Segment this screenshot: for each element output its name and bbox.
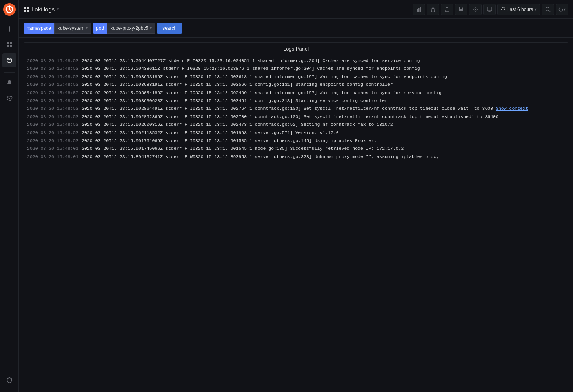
log-timestamp: 2020-03-20 15:48:53 xyxy=(27,137,78,144)
shield-icon[interactable] xyxy=(2,373,16,387)
time-range-picker[interactable]: ⏱ Last 6 hours ▾ xyxy=(497,4,540,15)
svg-rect-12 xyxy=(420,7,421,12)
log-message: 2020-03-20T15:23:15.903630628Z stderr F … xyxy=(82,97,387,104)
page-title: Loki logs xyxy=(31,6,55,13)
monitor-button[interactable] xyxy=(483,4,496,15)
grafana-logo[interactable] xyxy=(3,3,16,16)
log-message: 2020-03-20T15:23:15.902852369Z stderr F … xyxy=(82,113,498,120)
log-row: 2020-03-20 15:48:532020-03-20T15:23:16.0… xyxy=(24,65,568,73)
panel-settings-button[interactable] xyxy=(469,4,482,15)
log-message: 2020-03-20T15:23:15.901761069Z stderr F … xyxy=(82,137,377,144)
log-message: 2020-03-20T15:23:15.902864491Z stderr F … xyxy=(82,105,528,112)
time-range-arrow: ▾ xyxy=(535,7,537,11)
share-button[interactable] xyxy=(441,4,453,15)
log-row: 2020-03-20 15:48:012020-03-20T15:23:15.8… xyxy=(24,153,568,161)
logs-panel: Logs Panel 2020-03-20 15:48:532020-03-20… xyxy=(24,42,568,387)
log-row: 2020-03-20 15:48:532020-03-20T15:23:15.9… xyxy=(24,121,568,129)
log-message: 2020-03-20T15:23:15.902600316Z stderr F … xyxy=(82,121,393,128)
namespace-key: namespace xyxy=(24,23,54,34)
save-button[interactable] xyxy=(455,4,467,15)
svg-rect-11 xyxy=(418,8,419,12)
query-bar: namespace kube-system ▾ pod kube-proxy-2… xyxy=(19,19,573,38)
bar-chart-button[interactable] xyxy=(413,4,425,15)
namespace-dropdown-arrow: ▾ xyxy=(86,26,88,30)
log-row: 2020-03-20 15:48:532020-03-20T15:23:15.9… xyxy=(24,137,568,145)
log-row: 2020-03-20 15:48:532020-03-20T15:23:15.9… xyxy=(24,97,568,105)
log-message: 2020-03-20T15:23:16.0044407727Z stderr F… xyxy=(82,57,420,64)
log-row: 2020-03-20 15:48:532020-03-20T15:23:15.9… xyxy=(24,89,568,97)
log-row: 2020-03-20 15:48:532020-03-20T15:23:15.9… xyxy=(24,129,568,137)
grid-icon xyxy=(24,7,29,12)
log-row: 2020-03-20 15:48:012020-03-20T15:23:15.9… xyxy=(24,145,568,152)
clock-icon: ⏱ xyxy=(501,7,506,12)
log-timestamp: 2020-03-20 15:48:53 xyxy=(27,97,78,104)
topbar-actions: ⏱ Last 6 hours ▾ ▾ xyxy=(413,4,568,15)
log-message: 2020-03-20T15:23:15.903688191Z stderr F … xyxy=(82,81,393,88)
namespace-value-dropdown[interactable]: kube-system ▾ xyxy=(54,23,91,34)
svg-rect-5 xyxy=(7,42,9,44)
pod-value-text: kube-proxy-2gbc5 xyxy=(111,25,148,31)
star-button[interactable] xyxy=(427,4,439,15)
log-row: 2020-03-20 15:48:532020-03-20T15:23:15.9… xyxy=(24,73,568,81)
log-row: 2020-03-20 15:48:532020-03-20T15:23:15.9… xyxy=(24,81,568,89)
svg-point-2 xyxy=(8,5,10,7)
pod-key: pod xyxy=(93,23,107,34)
logs-content[interactable]: 2020-03-20 15:48:532020-03-20T15:23:16.0… xyxy=(24,55,568,387)
time-range-label: Last 6 hours xyxy=(507,7,533,12)
svg-line-17 xyxy=(549,10,551,12)
page-title-area: Loki logs ▾ xyxy=(24,6,413,13)
log-timestamp: 2020-03-20 15:48:53 xyxy=(27,57,78,64)
log-timestamp: 2020-03-20 15:48:53 xyxy=(27,105,78,112)
refresh-button[interactable]: ▾ xyxy=(556,4,568,15)
svg-marker-13 xyxy=(431,7,436,12)
topbar: Loki logs ▾ xyxy=(19,0,573,19)
logs-panel-header: Logs Panel xyxy=(24,43,568,55)
sidebar-divider xyxy=(4,72,15,73)
log-timestamp: 2020-03-20 15:48:53 xyxy=(27,113,78,120)
sidebar-bottom xyxy=(2,373,16,392)
search-button[interactable]: search xyxy=(157,23,182,34)
pod-tag: pod kube-proxy-2gbc5 ▾ xyxy=(93,23,155,34)
main-content: Loki logs ▾ xyxy=(19,0,573,392)
svg-point-14 xyxy=(475,9,476,10)
zoom-out-button[interactable] xyxy=(542,4,554,15)
pod-value-dropdown[interactable]: kube-proxy-2gbc5 ▾ xyxy=(107,23,155,34)
log-message: 2020-03-20T15:23:15.894132741Z stderr F … xyxy=(82,153,439,160)
namespace-tag: namespace kube-system ▾ xyxy=(24,23,91,34)
log-message: 2020-03-20T15:23:15.902118532Z stderr F … xyxy=(82,129,339,136)
namespace-value-text: kube-system xyxy=(58,25,84,31)
settings-icon[interactable] xyxy=(2,91,16,105)
svg-rect-15 xyxy=(487,7,492,11)
svg-rect-6 xyxy=(10,42,12,44)
log-timestamp: 2020-03-20 15:48:53 xyxy=(27,121,78,128)
log-timestamp: 2020-03-20 15:48:53 xyxy=(27,129,78,136)
title-dropdown-arrow[interactable]: ▾ xyxy=(57,7,59,12)
log-message: 2020-03-20T15:23:15.903654189Z stderr F … xyxy=(82,89,442,96)
explore-icon[interactable] xyxy=(2,53,16,67)
log-message: 2020-03-20T15:23:15.901745066Z stderr F … xyxy=(82,145,404,152)
svg-rect-7 xyxy=(7,45,9,47)
log-row: 2020-03-20 15:48:532020-03-20T15:23:16.0… xyxy=(24,57,568,65)
svg-rect-8 xyxy=(10,45,12,47)
log-timestamp: 2020-03-20 15:48:53 xyxy=(27,65,78,72)
log-timestamp: 2020-03-20 15:48:53 xyxy=(27,81,78,88)
log-timestamp: 2020-03-20 15:48:01 xyxy=(27,145,78,152)
plus-icon[interactable] xyxy=(2,22,16,36)
log-message: 2020-03-20T15:23:15.903693189Z stderr F … xyxy=(82,73,447,80)
log-timestamp: 2020-03-20 15:48:01 xyxy=(27,153,78,160)
svg-rect-10 xyxy=(417,9,418,12)
pod-dropdown-arrow: ▾ xyxy=(150,26,152,30)
show-context-link[interactable]: Show context xyxy=(496,106,528,111)
log-timestamp: 2020-03-20 15:48:53 xyxy=(27,73,78,80)
dashboard-icon[interactable] xyxy=(2,38,16,52)
log-row: 2020-03-20 15:48:532020-03-20T15:23:15.9… xyxy=(24,113,568,121)
alerting-icon[interactable] xyxy=(2,76,16,90)
content-area: Logs Panel 2020-03-20 15:48:532020-03-20… xyxy=(19,38,573,392)
log-timestamp: 2020-03-20 15:48:53 xyxy=(27,89,78,96)
log-message: 2020-03-20T15:23:16.00438611Z stderr F I… xyxy=(82,65,420,72)
log-row: 2020-03-20 15:48:532020-03-20T15:23:15.9… xyxy=(24,105,568,113)
sidebar xyxy=(0,0,19,392)
